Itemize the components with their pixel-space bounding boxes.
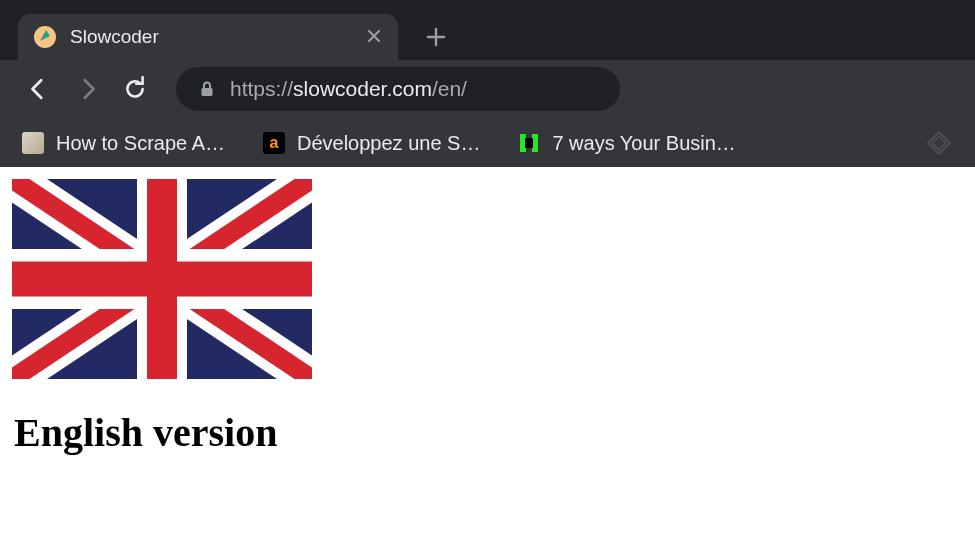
bookmark-item-3[interactable]: 7 ways Your Busin… (518, 132, 735, 155)
bookmark-favicon (22, 132, 44, 154)
url-text: https://slowcoder.com/en/ (230, 77, 467, 101)
page-content: English version (0, 167, 975, 468)
lock-icon (198, 80, 216, 98)
url-host: slowcoder.com (293, 77, 432, 100)
back-button[interactable] (22, 72, 56, 106)
bookmark-item-1[interactable]: How to Scrape A… (22, 132, 225, 155)
bookmarks-overflow-icon[interactable] (925, 129, 953, 157)
url-scheme: https:// (230, 77, 293, 100)
tab-strip: Slowcoder (0, 0, 975, 60)
address-bar[interactable]: https://slowcoder.com/en/ (176, 67, 620, 111)
bookmark-label: 7 ways Your Busin… (552, 132, 735, 155)
uk-flag-image (12, 179, 312, 379)
browser-chrome: Slowcoder https://slowcoder.com/en/ (0, 0, 975, 167)
bookmark-favicon: a (263, 132, 285, 154)
close-tab-icon[interactable] (366, 26, 382, 48)
active-tab[interactable]: Slowcoder (18, 14, 398, 60)
bookmark-favicon (518, 132, 540, 154)
new-tab-button[interactable] (426, 24, 446, 52)
reload-button[interactable] (118, 72, 152, 106)
tab-favicon (34, 26, 56, 48)
url-path: /en/ (432, 77, 467, 100)
bookmark-item-2[interactable]: a Développez une S… (263, 132, 480, 155)
svg-rect-1 (202, 88, 213, 96)
bookmark-label: Développez une S… (297, 132, 480, 155)
toolbar: https://slowcoder.com/en/ (0, 60, 975, 118)
bookmarks-bar: How to Scrape A… a Développez une S… 7 w… (0, 118, 975, 167)
bookmark-label: How to Scrape A… (56, 132, 225, 155)
svg-rect-4 (525, 138, 533, 148)
page-heading: English version (14, 409, 963, 456)
svg-rect-13 (12, 262, 312, 297)
tab-title: Slowcoder (70, 26, 350, 48)
forward-button[interactable] (70, 72, 104, 106)
